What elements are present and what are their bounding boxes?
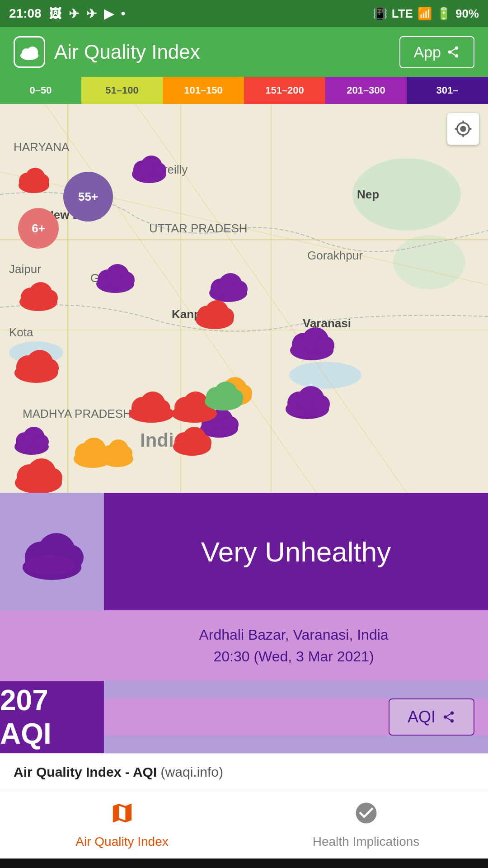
info-panel-cloud-icon [0, 493, 104, 610]
label-kota: Kota [9, 326, 33, 340]
time: 21:08 [9, 6, 42, 21]
svg-point-59 [42, 468, 62, 488]
svg-point-55 [41, 359, 59, 377]
aqi-scale-sensitive: 101–150 [163, 77, 244, 104]
signal-icon: LTE [392, 7, 413, 21]
location-button[interactable] [447, 113, 479, 145]
label-uttar-pradesh: UTTAR PRADESH [149, 222, 248, 236]
aqi-scale-bar: 0–50 51–100 101–150 151–200 201–300 301– [0, 77, 488, 104]
svg-point-39 [34, 434, 49, 449]
label-jaipur: Jaipur [9, 262, 41, 276]
svg-point-47 [42, 290, 58, 306]
cluster-6-plus[interactable]: 6+ [18, 208, 59, 249]
label-nep: Nep [357, 188, 379, 202]
label-mp: MADHYA PRADESH [23, 407, 131, 421]
map-area[interactable]: HARYANA New Delhi Jaipur UTTAR PRADESH K… [0, 104, 488, 493]
svg-point-71 [195, 434, 211, 451]
cloud-marker-red-7[interactable] [14, 163, 54, 194]
telegram-icon: ✈ [69, 6, 79, 21]
cloud-marker-red-1[interactable] [14, 276, 63, 312]
svg-point-91 [227, 389, 243, 406]
info-panel-details: Ardhali Bazar, Varanasi, India 20:30 (We… [0, 610, 488, 681]
telegram2-icon: ✈ [86, 6, 97, 21]
app-share-label: App [414, 43, 441, 61]
location-text: Ardhali Bazar, Varanasi, India [113, 624, 474, 646]
aqi-scale-moderate: 51–100 [81, 77, 163, 104]
cloud-marker-green-1[interactable] [199, 375, 249, 411]
status-bar: 21:08 🖼 ✈ ✈ ▶ • 📳 LTE 📶 🔋 90% [0, 0, 488, 27]
cloud-marker-yellow-2[interactable] [68, 429, 136, 470]
cloud-marker-red-3[interactable] [9, 344, 63, 384]
svg-point-87 [119, 446, 132, 460]
app-header: Air Quality Index App [0, 27, 488, 77]
svg-point-23 [118, 272, 135, 288]
aqi-value: 207 AQI [0, 684, 104, 750]
info-panel-status: Very Unhealthy [104, 493, 488, 610]
nav-item-aqi[interactable]: Air Quality Index [0, 791, 244, 859]
aqi-scale-unhealthy: 151–200 [244, 77, 325, 104]
battery-icon: 🔋 [436, 7, 451, 21]
cloud-marker-1[interactable] [127, 149, 172, 185]
aqi-scale-hazardous: 301– [407, 77, 488, 104]
nav-item-health[interactable]: Health Implications [244, 791, 488, 859]
svg-point-96 [25, 555, 75, 575]
svg-point-75 [36, 174, 49, 188]
photo-icon: 🖼 [49, 6, 61, 21]
bottom-info-bold: Air Quality Index - AQI [14, 764, 157, 779]
app-share-button[interactable]: App [399, 36, 475, 68]
cloud-marker-5[interactable] [280, 380, 334, 420]
health-icon [354, 801, 379, 831]
battery-percent: 90% [455, 7, 479, 21]
label-haryana: HARYANA [14, 140, 69, 154]
info-panel: Very Unhealthy Ardhali Bazar, Varanasi, … [0, 493, 488, 753]
aqi-scale-good: 0–50 [0, 77, 81, 104]
info-panel-top: Very Unhealthy [0, 493, 488, 610]
status-left: 21:08 🖼 ✈ ✈ ▶ • [9, 6, 125, 21]
datetime-text: 20:30 (Wed, 3 Mar 2021) [113, 646, 474, 667]
svg-point-2 [27, 47, 38, 57]
header-left: Air Quality Index [14, 36, 200, 68]
app-logo [14, 36, 45, 68]
svg-point-27 [316, 336, 334, 354]
header-title: Air Quality Index [54, 41, 200, 63]
nav-health-label: Health Implications [313, 835, 420, 849]
android-nav-bar [0, 859, 488, 868]
svg-point-51 [218, 308, 234, 324]
aqi-share-button[interactable]: AQI [389, 698, 474, 736]
status-label: Very Unhealthy [201, 536, 391, 568]
info-panel-bottom: 207 AQI AQI [0, 681, 488, 753]
cloud-marker-2[interactable] [90, 258, 140, 294]
svg-point-43 [222, 416, 239, 433]
cloud-marker-red-2[interactable] [190, 294, 239, 330]
cloud-marker-varanasi[interactable] [285, 321, 339, 362]
bottom-navigation: Air Quality Index Health Implications [0, 791, 488, 859]
aqi-value-box: 207 AQI [0, 681, 104, 753]
aqi-scale-very-unhealthy: 201–300 [325, 77, 407, 104]
dot-icon: • [121, 6, 126, 21]
label-gorakhpur: Gorakhpur [307, 249, 363, 263]
nav-aqi-label: Air Quality Index [75, 835, 168, 849]
youtube-icon: ▶ [104, 6, 114, 21]
svg-point-7 [393, 235, 465, 289]
vibrate-icon: 📳 [373, 7, 387, 21]
map-icon [110, 801, 135, 831]
svg-point-19 [152, 163, 166, 177]
cloud-marker-6[interactable] [9, 420, 54, 457]
svg-point-35 [312, 395, 330, 413]
aqi-share-label: AQI [408, 708, 436, 726]
cluster-55-plus[interactable]: 55+ [63, 172, 113, 222]
status-right: 📳 LTE 📶 🔋 90% [373, 7, 479, 21]
aqi-share-area: AQI [104, 698, 488, 736]
signal-bars-icon: 📶 [418, 7, 432, 21]
cloud-marker-red-4[interactable] [9, 452, 68, 493]
bottom-info-normal: (waqi.info) [157, 764, 223, 779]
svg-point-63 [153, 400, 170, 417]
bottom-info: Air Quality Index - AQI (waqi.info) [0, 753, 488, 791]
cloud-marker-red-6[interactable] [167, 420, 217, 457]
